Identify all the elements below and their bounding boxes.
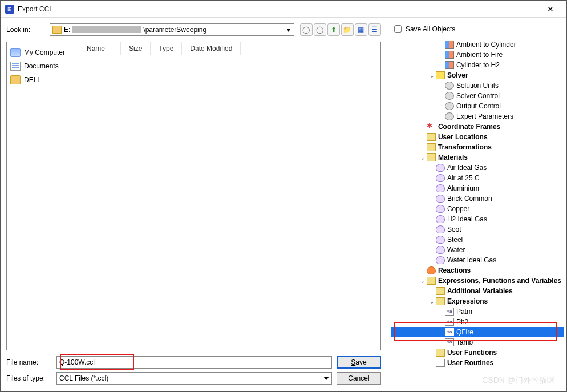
tree-label: Soot: [447, 225, 461, 233]
tree-expander[interactable]: ⌄: [428, 298, 436, 305]
tree-node[interactable]: Air Ideal Gas: [391, 163, 564, 173]
tree-node[interactable]: Aluminium: [391, 183, 564, 193]
flask-icon: [436, 256, 445, 264]
tree-label: Brick Common: [447, 195, 492, 203]
tree-node[interactable]: User Routines: [391, 358, 564, 368]
tree-node[interactable]: Tamb: [391, 337, 564, 347]
fx-icon: [445, 328, 454, 336]
tree-node[interactable]: H2 Ideal Gas: [391, 214, 564, 224]
interf-icon: [445, 41, 454, 49]
tree-label: Transformations: [438, 143, 492, 151]
tree-label: Ambient to Cylinder: [456, 41, 516, 49]
tree-node[interactable]: Ambient to Cylinder: [391, 39, 564, 50]
tree-node[interactable]: ⌄Materials: [391, 152, 564, 163]
save-all-label: Save All Objects: [406, 25, 455, 33]
tree-node[interactable]: User Functions: [391, 347, 564, 358]
column-header[interactable]: Type: [151, 42, 182, 55]
sub-icon: [436, 359, 445, 367]
tree-label: Ambient to Fire: [456, 51, 503, 59]
tree-node[interactable]: Output Control: [391, 101, 564, 111]
folder-icon: [52, 26, 62, 34]
nav-back-button[interactable]: ◯: [300, 23, 313, 36]
gear-icon: [445, 82, 454, 90]
file-list[interactable]: NameSizeTypeDate Modified: [75, 42, 381, 350]
tree-label: Copper: [447, 205, 469, 213]
tree-node[interactable]: Ambient to Fire: [391, 50, 564, 60]
tree-label: Additional Variables: [447, 287, 513, 295]
places-label: My Computer: [24, 49, 65, 56]
tree-label: Coordinate Frames: [438, 123, 500, 131]
tree-label: Expert Parameters: [456, 112, 513, 120]
flask-icon: [436, 174, 445, 182]
tree-node[interactable]: Brick Common: [391, 193, 564, 204]
view-icons-button[interactable]: ▦: [355, 23, 367, 36]
tree-node[interactable]: Steel: [391, 235, 564, 245]
tree-node[interactable]: Patm: [391, 306, 564, 317]
filename-input[interactable]: [56, 356, 332, 369]
tree-node[interactable]: QFire: [391, 327, 564, 337]
window-title: Export CCL: [18, 5, 539, 13]
tree-node[interactable]: User Locations: [391, 132, 564, 142]
tree-node[interactable]: ⌄Solver: [391, 70, 564, 80]
tree-node[interactable]: Water Ideal Gas: [391, 255, 564, 265]
flask-icon: [436, 215, 445, 223]
chevron-down-icon: ▼: [286, 27, 291, 33]
nav-up-button[interactable]: ⬆: [327, 23, 340, 36]
tree-node[interactable]: Reactions: [391, 265, 564, 276]
tree-label: Air at 25 C: [447, 174, 480, 182]
filetype-combobox[interactable]: CCL Files (*.ccl): [56, 372, 332, 385]
tree-expander[interactable]: ⌄: [419, 155, 427, 161]
lookin-suffix: \parameterSweeping: [143, 26, 206, 34]
tree-node[interactable]: Solution Units: [391, 80, 564, 91]
flask-icon: [436, 236, 445, 244]
path-redacted: [72, 26, 141, 33]
tree-label: Ph2: [456, 318, 468, 326]
new-folder-button[interactable]: 📁: [341, 23, 354, 36]
column-header[interactable]: Date Modified: [182, 42, 241, 55]
coord-icon: [427, 123, 436, 131]
tree-node[interactable]: Transformations: [391, 142, 564, 152]
tree-label: Expressions, Functions and Variables: [438, 277, 561, 285]
tree-node[interactable]: Copper: [391, 204, 564, 214]
tree-node[interactable]: Expert Parameters: [391, 111, 564, 122]
cancel-button[interactable]: Cancel: [337, 372, 381, 385]
tree-label: Expressions: [447, 297, 488, 305]
tree-label: Solver Control: [456, 92, 500, 100]
tree-label: Air Ideal Gas: [447, 164, 487, 172]
object-tree[interactable]: Ambient to CylinderAmbient to FireCylind…: [391, 38, 564, 391]
places-panel: My ComputerDocumentsDELL: [6, 42, 72, 350]
tree-node[interactable]: Water: [391, 245, 564, 255]
tree-node[interactable]: Air at 25 C: [391, 173, 564, 183]
tree-node[interactable]: ⌄Expressions: [391, 296, 564, 306]
view-list-button[interactable]: ☰: [368, 23, 381, 36]
gear-icon: [445, 112, 454, 120]
tree-node[interactable]: Ph2: [391, 317, 564, 327]
save-button[interactable]: Save: [337, 356, 381, 369]
tree-label: Materials: [438, 153, 468, 161]
file-list-body[interactable]: [75, 55, 380, 350]
places-item[interactable]: Documents: [9, 59, 70, 73]
tree-node[interactable]: Solver Control: [391, 91, 564, 101]
tree-label: Output Control: [456, 102, 501, 110]
flask-icon: [436, 205, 445, 213]
lookin-label: Look in:: [6, 26, 46, 34]
column-header[interactable]: Name: [75, 42, 121, 55]
tree-node[interactable]: Additional Variables: [391, 286, 564, 296]
places-item[interactable]: DELL: [9, 73, 70, 87]
column-header[interactable]: Size: [121, 42, 151, 55]
tree-label: User Routines: [447, 359, 493, 367]
tree-expander[interactable]: ⌄: [428, 72, 436, 79]
save-all-checkbox[interactable]: [394, 25, 402, 33]
places-item[interactable]: My Computer: [9, 46, 70, 59]
close-button[interactable]: ✕: [539, 1, 562, 18]
tree-node[interactable]: ⌄Expressions, Functions and Variables: [391, 276, 564, 286]
tree-node[interactable]: Soot: [391, 224, 564, 235]
tree-node[interactable]: Coordinate Frames: [391, 122, 564, 132]
app-icon: ⊞: [5, 5, 14, 14]
nav-forward-button[interactable]: ◯: [314, 23, 326, 36]
fx-icon: [445, 308, 454, 316]
tree-expander[interactable]: ⌄: [419, 278, 427, 284]
lookin-combobox[interactable]: E: \parameterSweeping ▼: [50, 23, 294, 36]
object-tree-pane: Save All Objects Ambient to CylinderAmbi…: [387, 18, 566, 391]
tree-node[interactable]: Cylinder to H2: [391, 60, 564, 70]
